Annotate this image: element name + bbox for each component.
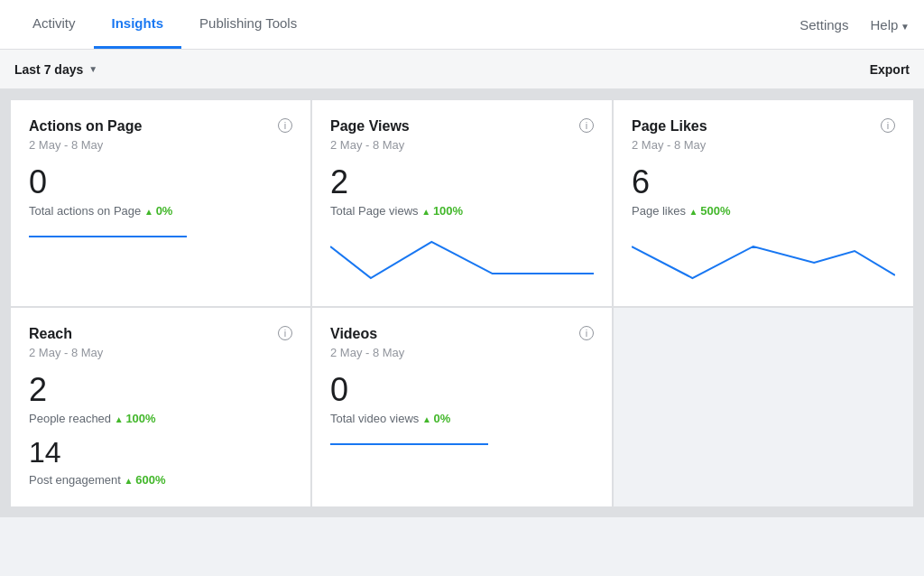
card-primary-value: 0: [330, 374, 594, 406]
help-link[interactable]: Help: [870, 17, 910, 33]
card-header: Reach i: [29, 326, 292, 342]
card-primary-value: 0: [29, 166, 292, 199]
card-secondary-label: Post engagement 600%: [29, 473, 292, 487]
info-icon[interactable]: i: [881, 118, 895, 133]
card-primary-change: 100%: [421, 204, 463, 218]
card-date-range: 2 May - 8 May: [632, 138, 895, 152]
card-primary-label: Total actions on Page 0%: [29, 204, 292, 218]
card-page-likes: Page Likes i 2 May - 8 May 6 Page likes …: [614, 100, 913, 306]
card-primary-change: 0%: [144, 204, 172, 218]
chart-flat-line: [29, 236, 187, 237]
card-date-range: 2 May - 8 May: [29, 346, 292, 359]
date-filter-button[interactable]: Last 7 days ▼: [14, 62, 97, 77]
info-icon[interactable]: i: [278, 326, 292, 340]
card-primary-value: 2: [29, 374, 292, 406]
info-icon[interactable]: i: [579, 118, 594, 133]
card-secondary-change: 600%: [125, 473, 166, 487]
card-primary-label: Total Page views 100%: [330, 204, 594, 218]
card-header: Videos i: [330, 326, 594, 342]
card-reach: Reach i 2 May - 8 May 2 People reached 1…: [11, 308, 310, 506]
card-actions-on-page: Actions on Page i 2 May - 8 May 0 Total …: [11, 100, 310, 306]
card-title: Page Views: [330, 118, 410, 135]
card-primary-value: 2: [330, 166, 594, 199]
settings-link[interactable]: Settings: [799, 17, 848, 33]
nav-tabs-left: Activity Insights Publishing Tools: [14, 0, 799, 49]
chart-flat-line: [330, 443, 488, 445]
insights-grid: Actions on Page i 2 May - 8 May 0 Total …: [0, 89, 924, 517]
tab-activity[interactable]: Activity: [14, 0, 94, 49]
card-primary-change: 100%: [115, 412, 156, 425]
card-header: Page Likes i: [632, 118, 895, 135]
nav-right-actions: Settings Help: [799, 0, 910, 49]
card-primary-label: People reached 100%: [29, 412, 292, 425]
date-filter-arrow-icon: ▼: [88, 64, 97, 74]
card-empty: [614, 308, 913, 506]
card-title: Page Likes: [632, 118, 707, 135]
card-title: Actions on Page: [29, 118, 142, 135]
date-filter-label: Last 7 days: [14, 62, 83, 77]
top-navigation: Activity Insights Publishing Tools Setti…: [0, 0, 924, 50]
card-date-range: 2 May - 8 May: [330, 346, 594, 359]
card-primary-label: Page likes 500%: [632, 204, 895, 218]
card-header: Actions on Page i: [29, 118, 292, 135]
card-page-views: Page Views i 2 May - 8 May 2 Total Page …: [312, 100, 612, 306]
info-icon[interactable]: i: [278, 118, 292, 133]
card-date-range: 2 May - 8 May: [29, 138, 292, 152]
chart-wave2: [632, 228, 895, 292]
tab-insights[interactable]: Insights: [94, 0, 182, 49]
card-secondary-value: 14: [29, 436, 292, 469]
card-header: Page Views i: [330, 118, 594, 135]
sub-toolbar: Last 7 days ▼ Export: [0, 50, 924, 89]
card-primary-value: 6: [632, 166, 895, 199]
card-primary-change: 500%: [689, 204, 731, 218]
card-videos: Videos i 2 May - 8 May 0 Total video vie…: [312, 308, 612, 506]
info-icon[interactable]: i: [579, 326, 594, 340]
chart-wave1: [330, 228, 594, 292]
export-button[interactable]: Export: [870, 62, 910, 77]
card-title: Reach: [29, 326, 72, 342]
card-primary-label: Total video views 0%: [330, 412, 594, 425]
card-primary-change: 0%: [422, 412, 450, 425]
card-date-range: 2 May - 8 May: [330, 138, 594, 152]
tab-publishing-tools[interactable]: Publishing Tools: [181, 0, 315, 49]
card-title: Videos: [330, 326, 377, 342]
